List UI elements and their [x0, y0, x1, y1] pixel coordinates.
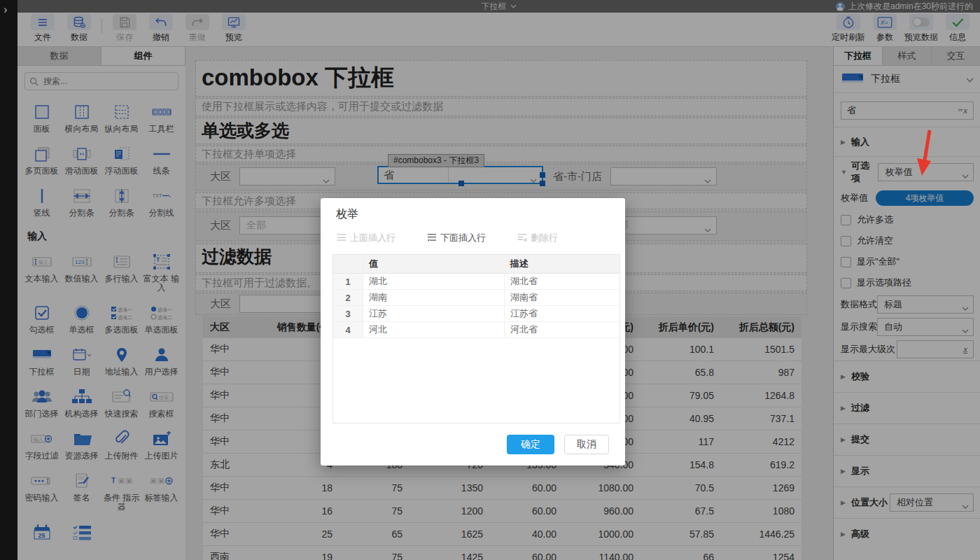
- insert-above-icon: [336, 232, 346, 244]
- cancel-button[interactable]: 取消: [564, 435, 609, 454]
- enum-row[interactable]: 2湖南湖南省: [333, 290, 620, 306]
- ok-label: 确定: [521, 438, 540, 451]
- cancel-label: 取消: [577, 438, 596, 451]
- modal-action-delete-row: 删除行: [517, 232, 558, 244]
- row-number[interactable]: 1: [333, 274, 363, 290]
- enum-value-cell[interactable]: 河北: [363, 322, 505, 338]
- modal-action-insert-below[interactable]: 下面插入行: [426, 232, 486, 244]
- enum-desc-cell[interactable]: 湖南省: [505, 290, 620, 306]
- enum-value-cell[interactable]: 湖北: [363, 274, 505, 290]
- enum-header: 描述: [505, 255, 620, 274]
- row-number[interactable]: 4: [333, 322, 363, 338]
- enum-header: 值: [363, 255, 505, 274]
- row-number-header: [333, 255, 363, 274]
- modal-action-insert-above: 上面插入行: [336, 232, 396, 244]
- insert-below-icon: [426, 232, 437, 244]
- enum-row[interactable]: 3江苏江苏省: [333, 306, 620, 322]
- enum-row[interactable]: 4河北河北省: [333, 322, 620, 338]
- row-number[interactable]: 3: [333, 306, 363, 322]
- enum-value-cell[interactable]: 江苏: [363, 306, 505, 322]
- row-number[interactable]: 2: [333, 290, 363, 306]
- ok-button[interactable]: 确定: [507, 435, 554, 454]
- enum-dialog: 枚举 上面插入行下面插入行删除行 值描述1湖北湖北省2湖南湖南省3江苏江苏省4河…: [321, 198, 625, 465]
- delete-row-icon: [517, 232, 527, 244]
- app-window: › 下拉框 上次修改是admin在30秒前进行的 文件数据保存撤销重做预览 定时…: [0, 0, 980, 560]
- enum-desc-cell[interactable]: 湖北省: [505, 274, 620, 290]
- enum-table: 值描述1湖北湖北省2湖南湖南省3江苏江苏省4河北河北省: [332, 254, 620, 424]
- enum-desc-cell[interactable]: 河北省: [505, 322, 620, 338]
- enum-desc-cell[interactable]: 江苏省: [505, 306, 620, 322]
- annotation-arrow-icon: [909, 128, 937, 178]
- enum-value-cell[interactable]: 湖南: [363, 290, 505, 306]
- enum-row[interactable]: 1湖北湖北省: [333, 274, 620, 290]
- dialog-title: 枚举: [336, 207, 358, 222]
